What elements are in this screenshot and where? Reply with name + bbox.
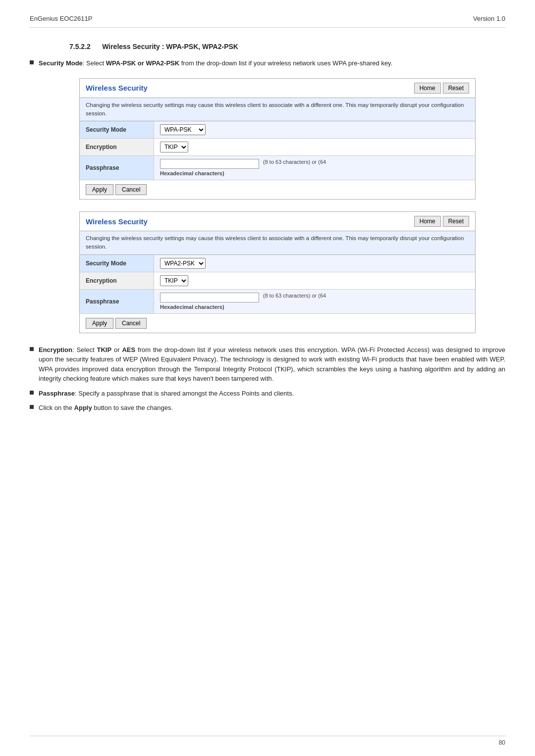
panel1-actions: Apply Cancel <box>80 180 475 199</box>
intro-bullet-text: Security Mode: Select WPA-PSK or WPA2-PS… <box>39 58 392 68</box>
panel2-encryption-row: Encryption TKIP AES <box>80 272 475 290</box>
panel1-security-mode-value: WPA-PSK WPA2-PSK <box>154 121 475 138</box>
panel2-apply-button[interactable]: Apply <box>86 318 113 329</box>
encryption-bullet-icon <box>30 347 34 351</box>
panel1-header: Wireless Security Home Reset <box>80 79 475 98</box>
panel2-warning: Changing the wireless security settings … <box>80 231 475 255</box>
panel2-cancel-button[interactable]: Cancel <box>115 318 147 329</box>
encryption-bullet: Encryption: Select TKIP or AES from the … <box>30 345 505 384</box>
passphrase-bold: Passphrase <box>39 390 75 397</box>
panel2-header: Wireless Security Home Reset <box>80 212 475 231</box>
section-title: Wireless Security : WPA-PSK, WPA2-PSK <box>102 43 238 50</box>
panel1-apply-button[interactable]: Apply <box>86 184 113 195</box>
panel1-cancel-button[interactable]: Cancel <box>115 184 147 195</box>
section-number: 7.5.2.2 <box>69 43 91 50</box>
apply-bullet: Click on the Apply button to save the ch… <box>30 403 505 413</box>
panel2-reset-button[interactable]: Reset <box>443 216 469 227</box>
encryption-bullet-text: Encryption: Select TKIP or AES from the … <box>39 345 505 384</box>
panel1-passphrase-subhint: Hexadecimal characters) <box>160 170 224 176</box>
header-left: EnGenius EOC2611P <box>30 15 92 22</box>
panel1-encryption-label: Encryption <box>80 139 154 155</box>
panel2-passphrase-label: Passphrase <box>80 290 154 313</box>
panel1-encryption-value: TKIP AES <box>154 139 475 155</box>
apply-bullet-icon <box>30 405 34 409</box>
panel2-security-mode-select[interactable]: WPA-PSK WPA2-PSK <box>160 258 206 269</box>
panel2-security-mode-row: Security Mode WPA-PSK WPA2-PSK <box>80 255 475 272</box>
tkip-bold: TKIP <box>97 346 111 353</box>
panel2-title: Wireless Security <box>86 217 148 226</box>
panel1-home-button[interactable]: Home <box>414 83 441 94</box>
panel1-passphrase-input[interactable] <box>160 159 259 169</box>
panel2-passphrase-value: (8 to 63 characters) or (64 Hexadecimal … <box>154 290 475 313</box>
panel1-buttons: Home Reset <box>414 83 469 94</box>
panel2-passphrase-input[interactable] <box>160 293 259 302</box>
intro-bullet-list: Security Mode: Select WPA-PSK or WPA2-PS… <box>30 58 505 68</box>
panel1-encryption-row: Encryption TKIP AES <box>80 139 475 156</box>
passphrase-bullet-icon <box>30 391 34 395</box>
panel2-encryption-value: TKIP AES <box>154 272 475 289</box>
bottom-bullet-list: Encryption: Select TKIP or AES from the … <box>30 345 505 413</box>
panel2-passphrase-hint: (8 to 63 characters) or (64 <box>263 293 326 299</box>
panel1-encryption-select[interactable]: TKIP AES <box>160 142 188 152</box>
bullet-icon <box>30 60 34 64</box>
panel2-security-mode-label: Security Mode <box>80 255 154 272</box>
page-wrapper: EnGenius EOC2611P Version 1.0 7.5.2.2 Wi… <box>0 0 535 453</box>
passphrase-bullet: Passphrase: Specify a passphrase that is… <box>30 389 505 399</box>
panel2-security-mode-value: WPA-PSK WPA2-PSK <box>154 255 475 272</box>
panel1-passphrase-row: Passphrase (8 to 63 characters) or (64 H… <box>80 156 475 180</box>
panel1-passphrase-hint: (8 to 63 characters) or (64 <box>263 159 326 165</box>
page-number: 80 <box>499 739 505 746</box>
panel1-warning: Changing the wireless security settings … <box>80 98 475 122</box>
panel1-passphrase-value: (8 to 63 characters) or (64 Hexadecimal … <box>154 156 475 180</box>
panel1-title: Wireless Security <box>86 84 148 92</box>
security-mode-bold: Security Mode <box>39 59 83 67</box>
page-footer: 80 <box>30 736 505 746</box>
panel1-passphrase-label: Passphrase <box>80 156 154 180</box>
wireless-security-panel-1: Wireless Security Home Reset Changing th… <box>79 78 476 200</box>
aes-bold: AES <box>122 346 135 353</box>
apply-bullet-text: Click on the Apply button to save the ch… <box>39 403 173 413</box>
apply-bold: Apply <box>74 404 92 411</box>
panel1-reset-button[interactable]: Reset <box>443 83 469 94</box>
panel1-security-mode-select[interactable]: WPA-PSK WPA2-PSK <box>160 124 206 135</box>
panel2-passphrase-row: Passphrase (8 to 63 characters) or (64 H… <box>80 290 475 314</box>
page-header: EnGenius EOC2611P Version 1.0 <box>30 15 505 28</box>
wireless-security-panel-2: Wireless Security Home Reset Changing th… <box>79 211 476 333</box>
encryption-bold: Encryption <box>39 346 72 353</box>
panel2-home-button[interactable]: Home <box>414 216 441 227</box>
panel2-actions: Apply Cancel <box>80 314 475 333</box>
header-right: Version 1.0 <box>473 15 505 22</box>
panel2-encryption-label: Encryption <box>80 272 154 289</box>
wpa-psk-bold: WPA-PSK or WPA2-PSK <box>106 59 179 67</box>
panel1-security-mode-label: Security Mode <box>80 121 154 138</box>
intro-bullet-item: Security Mode: Select WPA-PSK or WPA2-PS… <box>30 58 505 68</box>
section-heading: 7.5.2.2 Wireless Security : WPA-PSK, WPA… <box>69 43 505 50</box>
panel2-passphrase-subhint: Hexadecimal characters) <box>160 304 224 310</box>
panel2-buttons: Home Reset <box>414 216 469 227</box>
passphrase-bullet-text: Passphrase: Specify a passphrase that is… <box>39 389 294 399</box>
panel2-encryption-select[interactable]: TKIP AES <box>160 275 188 286</box>
panel1-security-mode-row: Security Mode WPA-PSK WPA2-PSK <box>80 121 475 139</box>
